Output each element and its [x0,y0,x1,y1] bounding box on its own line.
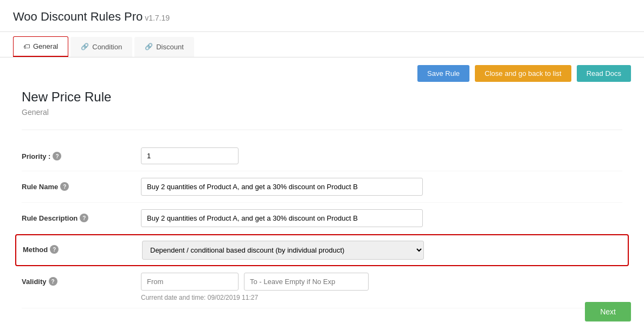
priority-help-icon[interactable]: ? [53,152,61,160]
tab-discount-label: Discount [156,43,184,51]
form-section: Priority : ? Rule Name ? [22,130,622,308]
page-app-title: Woo Discount Rules Pro [13,10,143,23]
rule-description-input-wrap [141,209,622,227]
rule-description-help-icon[interactable]: ? [80,214,88,222]
rule-name-row: Rule Name ? [22,171,622,203]
priority-row: Priority : ? [22,141,622,171]
priority-input-wrap [141,147,622,164]
general-tab-icon: 🏷 [23,43,30,50]
method-select-wrap: Dependent / conditional based discount (… [142,241,621,260]
section-subtitle: General [22,108,622,117]
toolbar: Save Rule Close and go back to list Read… [0,57,644,89]
tab-discount[interactable]: 🔗 Discount [134,37,194,57]
rule-name-input[interactable] [141,178,423,196]
validity-inputs-wrap: Current date and time: 09/02/2019 11:27 [141,273,622,301]
priority-input[interactable] [141,147,239,164]
rule-description-row: Rule Description ? [22,203,622,234]
close-button[interactable]: Close and go back to list [475,65,571,82]
validity-label: Validity ? [22,273,141,286]
next-button-wrap: Next [585,302,631,321]
tab-condition[interactable]: 🔗 Condition [70,37,132,57]
page-title: New Price Rule [22,89,622,105]
validity-from-input[interactable] [141,273,239,291]
rule-name-label: Rule Name ? [22,178,141,191]
rule-name-help-icon[interactable]: ? [60,182,69,191]
app-version: v1.7.19 [145,14,170,22]
method-help-icon[interactable]: ? [50,245,59,254]
tab-general[interactable]: 🏷 General [13,36,68,57]
validity-row: Validity ? Current date and time: 09/02/… [22,266,622,308]
tabs-bar: 🏷 General 🔗 Condition 🔗 Discount [0,32,644,57]
priority-label: Priority : ? [22,147,141,160]
validity-to-input[interactable] [244,273,369,291]
method-select[interactable]: Dependent / conditional based discount (… [142,241,424,260]
rule-description-input[interactable] [141,209,423,227]
discount-tab-icon: 🔗 [145,43,153,50]
rule-name-input-wrap [141,178,622,196]
rule-description-label: Rule Description ? [22,209,141,222]
save-rule-button[interactable]: Save Rule [417,65,469,82]
read-docs-button[interactable]: Read Docs [577,65,631,82]
condition-tab-icon: 🔗 [81,43,89,50]
tab-condition-label: Condition [92,43,122,51]
validity-help-icon[interactable]: ? [49,277,57,286]
method-row: Method ? Dependent / conditional based d… [15,234,629,266]
next-button[interactable]: Next [585,302,631,321]
method-label: Method ? [23,241,142,254]
validity-hint: Current date and time: 09/02/2019 11:27 [141,294,622,301]
tab-general-label: General [33,42,58,50]
